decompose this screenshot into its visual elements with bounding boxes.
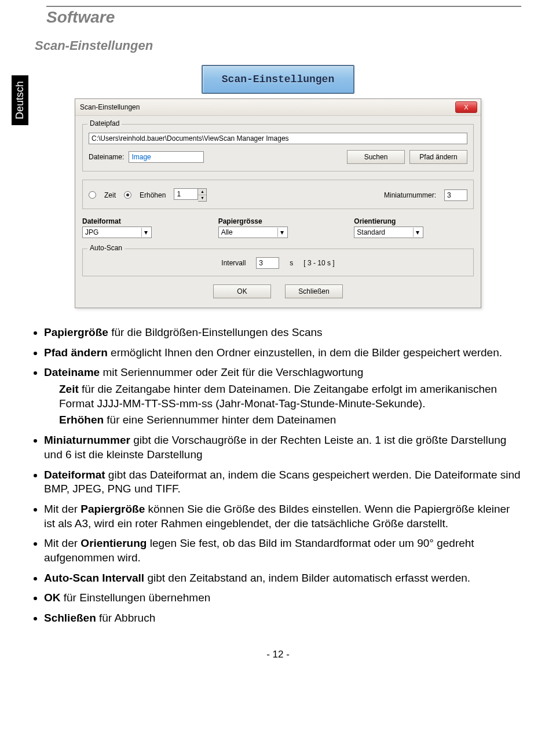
radio-time[interactable] (89, 191, 96, 199)
header-rule (46, 6, 521, 7)
filename-input[interactable] (129, 151, 204, 163)
description-text: Papiergröße für die Bildgrößen-Einstellu… (35, 326, 521, 626)
papersize-dropdown[interactable]: Alle ▾ (218, 227, 288, 238)
scan-settings-toolbar-label: Scan-Einstellungen (203, 74, 353, 85)
page-title: Software (46, 8, 521, 27)
list-item: Papiergröße für die Bildgrößen-Einstellu… (44, 326, 521, 340)
ok-button[interactable]: OK (213, 284, 271, 298)
interval-range: [ 3 - 10 s ] (303, 259, 334, 267)
list-item: Pfad ändern ermöglicht Ihnen den Ordner … (44, 346, 521, 360)
page-number: - 12 - (35, 649, 521, 660)
radio-increment-label: Erhöhen (140, 191, 166, 199)
naming-group: Zeit Erhöhen ▲▼ Miniaturnummer: (82, 180, 474, 209)
close-icon[interactable]: X (455, 101, 477, 113)
scan-settings-toolbar-button[interactable]: Scan-Einstellungen (202, 65, 354, 94)
papersize-label: Papiergrösse (218, 217, 338, 225)
chevron-down-icon: ▾ (141, 228, 150, 237)
fileformat-label: Dateiformat (82, 217, 202, 225)
radio-time-label: Zeit (104, 191, 116, 199)
orientation-value: Standard (357, 227, 385, 238)
language-tab: Deutsch (12, 75, 28, 125)
path-input[interactable] (89, 133, 467, 144)
autoscan-legend: Auto-Scan (87, 244, 125, 252)
chevron-down-icon: ▾ (277, 228, 286, 237)
change-path-button[interactable]: Pfad ändern (409, 150, 467, 164)
dialog-title: Scan-Einstellungen (79, 103, 140, 111)
interval-input[interactable] (256, 257, 279, 269)
list-item: Auto-Scan Intervall gibt den Zeitabstand… (44, 571, 521, 586)
list-item: Miniaturnummer gibt die Vorschaugröße in… (44, 433, 521, 462)
interval-label: Intervall (221, 259, 246, 267)
filepath-legend: Dateipfad (87, 119, 122, 127)
list-item: Mit der Orientierung legen Sie fest, ob … (44, 536, 521, 565)
page-subtitle: Scan-Einstellungen (35, 38, 521, 53)
chevron-up-icon[interactable]: ▲ (198, 189, 206, 195)
close-button[interactable]: Schließen (285, 284, 343, 298)
thumb-input[interactable] (444, 189, 467, 201)
dialog-titlebar: Scan-Einstellungen X (75, 99, 481, 116)
list-item: OK für Einstellungen übernehmen (44, 591, 521, 605)
radio-increment[interactable] (124, 191, 131, 199)
list-item: Dateiformat gibt das Dateiformat an, ind… (44, 468, 521, 496)
increment-input[interactable] (174, 188, 198, 200)
scan-settings-dialog: Scan-Einstellungen X Dateipfad Dateiname… (75, 98, 481, 308)
list-item: Schließen für Abbruch (44, 611, 521, 626)
filename-label: Dateiname: (89, 153, 124, 161)
thumb-label: Miniaturnummer: (384, 191, 436, 199)
autoscan-group: Auto-Scan Intervall s [ 3 - 10 s ] (82, 249, 474, 276)
increment-stepper[interactable]: ▲▼ (174, 188, 207, 202)
search-button[interactable]: Suchen (347, 150, 405, 164)
formats-row: Dateiformat JPG ▾ Papiergrösse Alle ▾ Or… (82, 217, 474, 238)
orientation-dropdown[interactable]: Standard ▾ (354, 227, 423, 238)
filepath-group: Dateipfad Dateiname: Suchen Pfad ändern (82, 124, 474, 171)
orientation-label: Orientierung (354, 217, 474, 225)
papersize-value: Alle (221, 227, 233, 238)
fileformat-dropdown[interactable]: JPG ▾ (82, 227, 152, 238)
list-item: Dateiname mit Seriennummer oder Zeit für… (44, 366, 521, 428)
chevron-down-icon[interactable]: ▼ (198, 195, 206, 201)
fileformat-value: JPG (85, 227, 98, 238)
chevron-down-icon: ▾ (413, 228, 422, 237)
list-item: Mit der Papiergröße können Sie die Größe… (44, 502, 521, 531)
interval-unit: s (290, 259, 293, 267)
